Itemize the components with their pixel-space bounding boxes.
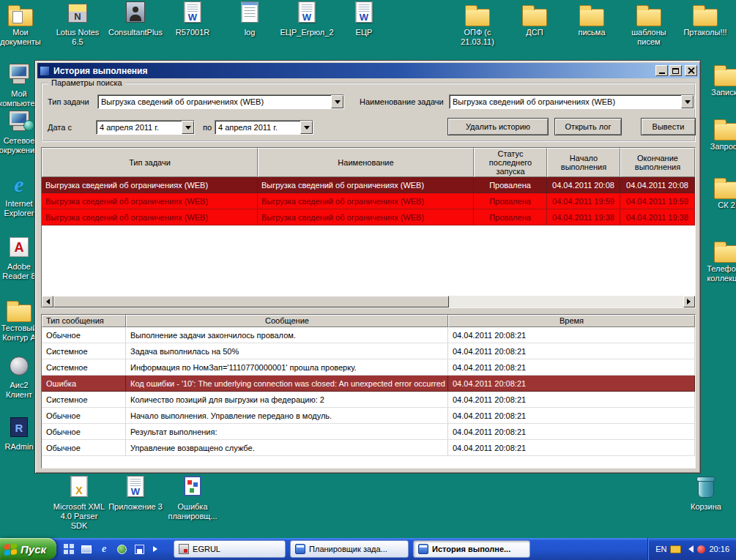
start-button[interactable]: Пуск [0, 538, 56, 560]
cell-task-type: Выгрузка сведений об ограничениях (WEB) [42, 209, 258, 225]
taskbar-button-history[interactable]: История выполне... [413, 540, 530, 558]
column-header-name[interactable]: Наименование [258, 148, 474, 177]
date-to-label: по [203, 123, 212, 132]
desktop-icon-consultantplus[interactable]: ConsultantPlus [108, 1, 163, 37]
desktop-icon-zapiski[interactable]: Записки [699, 61, 736, 97]
quick-launch-show-desktop-icon[interactable] [80, 542, 93, 556]
history-row[interactable]: Выгрузка сведений об ограничениях (WEB) … [42, 193, 695, 209]
chevron-down-icon[interactable] [182, 121, 194, 134]
my-documents-icon [6, 1, 35, 26]
column-header-end[interactable]: Окончание выполнения [620, 148, 695, 177]
desktop-icon-lotus-notes[interactable]: Lotus Notes 6.5 [51, 1, 105, 47]
quick-launch-grid-icon[interactable] [62, 542, 75, 556]
consultantplus-icon [121, 1, 150, 26]
column-header-message[interactable]: Сообщение [126, 315, 448, 327]
desktop-icon-zaprosy[interactable]: Запросы [699, 116, 736, 152]
taskbar-button-egrul[interactable]: EGRUL [174, 540, 286, 558]
desktop-icon-label: Запросы [699, 142, 736, 152]
history-row[interactable]: Выгрузка сведений об ограничениях (WEB) … [42, 209, 695, 225]
chevron-down-icon[interactable] [681, 95, 694, 108]
column-header-message-type[interactable]: Тип сообщения [42, 315, 126, 327]
ais2-client-icon [4, 354, 34, 379]
task-type-select[interactable]: Выгрузка сведений об ограничениях (WEB) [97, 94, 344, 109]
cell-status: Провалена [474, 209, 547, 225]
desktop-icon-ecr-egrul-2[interactable]: ЕЦР_Егрюл_2 [280, 1, 334, 37]
taskbar-button-scheduler[interactable]: Планировщик зада... [290, 540, 409, 558]
language-indicator[interactable]: EN [655, 545, 666, 553]
desktop-icon-shablony-pisem[interactable]: шаблоны писем [622, 1, 676, 47]
history-table-header: Тип задачи Наименование Статус последнег… [42, 148, 695, 177]
quick-launch-save-icon[interactable] [133, 542, 146, 556]
desktop-icon-pisma[interactable]: письма [565, 1, 619, 37]
open-log-button[interactable]: Открыть лог [554, 118, 622, 135]
word-document-icon [292, 1, 321, 26]
delete-history-button[interactable]: Удалить историю [447, 118, 549, 135]
folder-icon [4, 297, 34, 322]
desktop-icon-recycle-bin[interactable]: Корзина [679, 476, 733, 512]
message-row[interactable]: Обычное Начало выполнения. Управление пе… [42, 408, 695, 424]
cell-message: Управление возвращено службе. [126, 440, 448, 456]
desktop-icon-oshibka-bmp[interactable]: Ошибка планировщ... [166, 476, 220, 521]
scroll-left-icon[interactable] [42, 296, 53, 307]
tray-volume-icon[interactable] [685, 545, 694, 553]
message-row[interactable]: Обычное Выполнение задачи закончилось пр… [42, 327, 695, 343]
task-name-select[interactable]: Выгрузка сведений об ограничениях (WEB) [449, 94, 694, 109]
desktop-icon-label: Пртаколы!!! [678, 28, 732, 37]
message-row-error[interactable]: Ошибка Код ошибки - '10': The underlying… [42, 376, 695, 392]
message-row[interactable]: Системное Информация по НомЗап='11107700… [42, 359, 695, 376]
desktop-icon-telefony[interactable]: Телефоны коллекций [699, 238, 736, 283]
lotus-notes-icon [63, 1, 92, 26]
chevron-down-icon[interactable] [300, 121, 313, 134]
date-to-picker[interactable]: 4 апреля 2011 г. [215, 120, 313, 135]
history-app-icon [418, 544, 428, 554]
network-places-icon [4, 110, 34, 135]
desktop-icon-r57001r[interactable]: R57001R [166, 1, 220, 37]
tray-antivirus-icon[interactable] [697, 545, 705, 553]
desktop-icon-label: log [223, 28, 277, 37]
message-row[interactable]: Системное Задача выполнилась на 50% 04.0… [42, 343, 695, 359]
tray-language-bar-icon[interactable] [670, 545, 681, 553]
message-row[interactable]: Обычное Управление возвращено службе. 04… [42, 440, 695, 456]
desktop-icon-label: R57001R [166, 28, 220, 37]
desktop-icon-prilozhenie-3[interactable]: Приложение 3 [108, 476, 163, 512]
close-button[interactable] [685, 65, 697, 76]
output-button[interactable]: Вывести [641, 118, 696, 135]
quick-launch-ie-icon[interactable] [97, 542, 111, 556]
quick-launch-media-icon[interactable] [115, 542, 128, 556]
minimize-button[interactable] [655, 65, 668, 76]
desktop-icon-msxml-sdk[interactable]: Microsoft XML 4.0 Parser SDK [52, 476, 106, 531]
folder-icon [577, 1, 606, 26]
desktop-icon-ecr[interactable]: ЕЦР [337, 1, 391, 37]
app-icon [40, 66, 50, 76]
date-from-picker[interactable]: 4 апреля 2011 г. [96, 120, 195, 135]
maximize-button[interactable] [669, 65, 682, 76]
desktop-icon-dsp[interactable]: ДСП [508, 1, 562, 37]
column-header-status[interactable]: Статус последнего запуска [474, 148, 547, 177]
word-document-icon [349, 1, 379, 26]
scrollbar-track[interactable] [449, 296, 683, 307]
window-titlebar[interactable]: История выполнения [37, 63, 699, 78]
horizontal-scrollbar[interactable] [42, 296, 695, 307]
desktop-icon-log[interactable]: log [223, 1, 277, 37]
desktop-icon-protokoly[interactable]: Пртаколы!!! [678, 1, 732, 37]
column-header-start[interactable]: Начало выполнения [547, 148, 620, 177]
desktop-icon-label: Приложение 3 [108, 502, 163, 512]
quick-launch-expand-icon[interactable] [150, 542, 163, 556]
group-title: Параметры поиска [48, 78, 125, 87]
cell-message: Начало выполнения. Управление передано в… [126, 408, 448, 424]
history-row[interactable]: Выгрузка сведений об ограничениях (WEB) … [42, 177, 695, 193]
desktop-icon-label: шаблоны писем [622, 28, 676, 47]
cell-message: Результат выполнения: [126, 424, 448, 440]
column-header-time[interactable]: Время [448, 315, 695, 327]
message-row[interactable]: Системное Количество позиций для выгрузк… [42, 392, 695, 408]
desktop-icon-sk2[interactable]: СК 2 [699, 174, 736, 210]
desktop-icon-opf[interactable]: ОПФ (с 21.03.11) [450, 1, 505, 47]
scrollbar-thumb[interactable] [53, 296, 449, 307]
task-name-value: Выгрузка сведений об ограничениях (WEB) [450, 95, 681, 108]
message-row[interactable]: Обычное Результат выполнения: 04.04.2011… [42, 424, 695, 440]
chevron-down-icon[interactable] [331, 95, 343, 108]
scroll-right-icon[interactable] [683, 296, 695, 307]
column-header-task-type[interactable]: Тип задачи [42, 148, 258, 177]
folder-icon [712, 116, 736, 141]
desktop-icon-my-documents[interactable]: Мои документы [0, 1, 48, 47]
